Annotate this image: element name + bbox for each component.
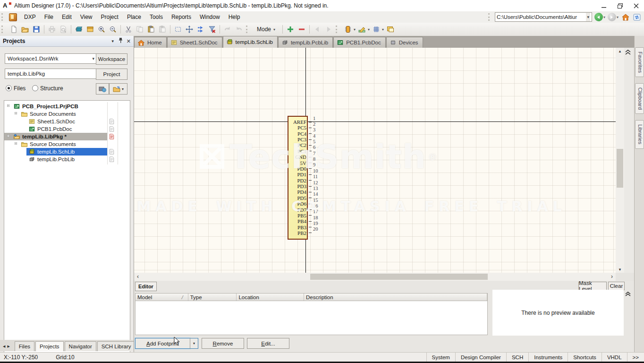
panel-tab-projects[interactable]: Projects — [35, 341, 64, 351]
zoom-out-button[interactable] — [108, 24, 118, 35]
tree-row-sheet1-schdoc[interactable]: Sheet1.SchDoc — [4, 118, 130, 125]
sync-icon[interactable] — [633, 13, 641, 21]
menu-edit[interactable]: Edit — [58, 12, 76, 22]
toolbar-grip[interactable] — [246, 26, 251, 33]
pin-name-pd5[interactable]: PD5 — [288, 195, 306, 201]
tree-row-templib-pcblib[interactable]: tempLib.PcbLib — [4, 156, 130, 163]
status-button-system[interactable]: System — [426, 353, 455, 362]
side-tab-libraries[interactable]: Libraries — [635, 120, 644, 148]
side-tab-clipboard[interactable]: Clipboard — [635, 83, 644, 114]
cut-button[interactable] — [123, 24, 134, 35]
grid-settings-dropdown-icon[interactable]: ▾ — [382, 27, 384, 32]
side-tab-favorites[interactable]: Favorites — [635, 47, 644, 77]
collapse-panel-icon[interactable] — [625, 49, 633, 56]
zoom-in-button[interactable] — [96, 24, 107, 35]
tab-scroll-icons[interactable]: ◀▶ — [3, 345, 12, 348]
vertical-scroll-thumb[interactable] — [617, 149, 623, 188]
menu-tools[interactable]: Tools — [145, 12, 167, 22]
menu-project[interactable]: Project — [97, 12, 123, 22]
doc-tab-devices[interactable]: Devices — [386, 37, 423, 48]
pin-name-pb4[interactable]: PB4 — [288, 218, 306, 224]
column-header-location[interactable]: Location — [237, 294, 304, 301]
collapse-icon[interactable] — [15, 142, 19, 147]
mask-level-button[interactable]: Mask Level — [578, 282, 607, 290]
models-table-body[interactable] — [135, 301, 488, 335]
nav-forward-button[interactable] — [323, 24, 334, 35]
address-dropdown-icon[interactable]: ▾ — [586, 13, 590, 21]
panel-tab-files[interactable]: Files — [15, 341, 34, 351]
project-field[interactable]: tempLib.LibPkg — [5, 69, 97, 79]
toolbar-grip[interactable] — [1, 13, 6, 21]
canvas-horizontal-scrollbar[interactable]: ‹ › — [134, 273, 616, 281]
canvas-vertical-scrollbar[interactable]: ▴ ▾ — [616, 48, 624, 273]
collapse-preview-icon[interactable] — [625, 291, 631, 298]
project-button[interactable]: Project — [96, 69, 127, 80]
scroll-left-icon[interactable]: ‹ — [134, 273, 142, 281]
tree-row-source-documents[interactable]: Source Documents — [4, 140, 130, 148]
workspace-button[interactable]: Workspace — [96, 53, 127, 65]
ic-part-dropdown-icon[interactable]: ▾ — [354, 27, 356, 32]
pin-name-pd0[interactable]: PD0 — [288, 166, 306, 172]
pin-name-5v[interactable]: 5V — [288, 160, 306, 166]
toolbar-grip[interactable] — [336, 26, 340, 33]
doc-tab-pcb1-pcbdoc[interactable]: PCB1.PcbDoc — [333, 37, 386, 48]
pin-name-pb5[interactable]: PB5 — [288, 213, 306, 218]
doc-tab-templib-schlib[interactable]: tempLib.SchLib — [223, 36, 278, 48]
grid-settings-button[interactable] — [371, 24, 381, 35]
view-3d-button[interactable] — [74, 24, 84, 35]
files-radio[interactable]: Files — [6, 85, 25, 92]
menu-window[interactable]: Window — [195, 12, 224, 22]
pin-name-pd4[interactable]: PD4 — [288, 189, 306, 195]
pin-name-pc2[interactable]: PC2 — [288, 142, 306, 148]
redo-button[interactable] — [234, 24, 244, 35]
doc-tab-home[interactable]: Home — [134, 37, 167, 48]
print-button[interactable] — [47, 24, 57, 35]
minimize-button[interactable] — [596, 0, 612, 11]
clear-button[interactable]: Clear — [608, 282, 625, 290]
menu-file[interactable]: File — [40, 12, 58, 22]
status-button-instruments[interactable]: Instruments — [528, 353, 568, 362]
pin-name-pc1[interactable]: PC1 — [288, 148, 306, 154]
column-header-model[interactable]: Model/ — [136, 294, 188, 301]
schematic-canvas[interactable]: AREF1PC52PC43PC34PC25PC16GND75V8PD09PD11… — [134, 48, 616, 273]
collapse-icon[interactable] — [7, 104, 11, 109]
nav-back-dropdown-icon[interactable]: ▾ — [603, 15, 605, 19]
address-grip[interactable] — [488, 13, 493, 21]
nav-forward-icon[interactable] — [608, 13, 616, 21]
pin-name-pb2[interactable]: PB2 — [288, 230, 306, 236]
status-button--[interactable]: >> — [627, 353, 644, 362]
column-header-description[interactable]: Description — [304, 294, 487, 301]
move-selection-button[interactable] — [184, 24, 195, 35]
editor-tab[interactable]: Editor — [135, 282, 157, 291]
remove-button[interactable]: Remove — [202, 338, 244, 349]
pin-name-pb3[interactable]: PB3 — [288, 225, 306, 230]
workspace-combobox[interactable]: Workspace1.DsnWrk▾ — [5, 53, 97, 64]
tree-row-source-documents[interactable]: Source Documents — [4, 110, 130, 118]
tree-row-templib-libpkg-[interactable]: tempLib.LibPkg * — [4, 133, 130, 140]
pin-name-gnd[interactable]: GND — [288, 154, 306, 160]
snippets-button[interactable] — [385, 24, 396, 35]
pin-name-pc4[interactable]: PC4 — [288, 131, 306, 137]
horizontal-scroll-thumb[interactable] — [310, 274, 488, 280]
collapse-icon[interactable] — [7, 135, 11, 139]
collapse-icon[interactable] — [15, 112, 19, 116]
pin-name-pd2[interactable]: PD2 — [288, 178, 306, 183]
pin-name-pd7[interactable]: PD7 — [288, 207, 306, 213]
panel-tab-navigator[interactable]: Navigator — [65, 341, 96, 351]
add-footprint-dropdown[interactable]: ▾ — [190, 338, 198, 349]
save-button[interactable] — [31, 24, 42, 35]
home-icon[interactable] — [621, 13, 630, 21]
edit-button[interactable]: Edit... — [247, 338, 289, 349]
print-preview-button[interactable] — [58, 24, 68, 35]
undo-button[interactable] — [222, 24, 233, 35]
menu-reports[interactable]: Reports — [167, 12, 195, 22]
draw-tools-button[interactable] — [357, 24, 367, 35]
tree-row-templib-schlib[interactable]: tempLib.SchLib — [4, 148, 130, 156]
new-document-button[interactable] — [8, 24, 19, 35]
pin-name-aref[interactable]: AREF — [288, 119, 306, 125]
panel-close-icon[interactable]: ✕ — [127, 38, 131, 44]
open-project-dropdown-button[interactable]: ▾ — [109, 83, 127, 95]
cross-probe-button[interactable] — [195, 24, 206, 35]
menu-place[interactable]: Place — [123, 12, 145, 22]
status-button-vhdl[interactable]: VHDL — [602, 353, 627, 362]
